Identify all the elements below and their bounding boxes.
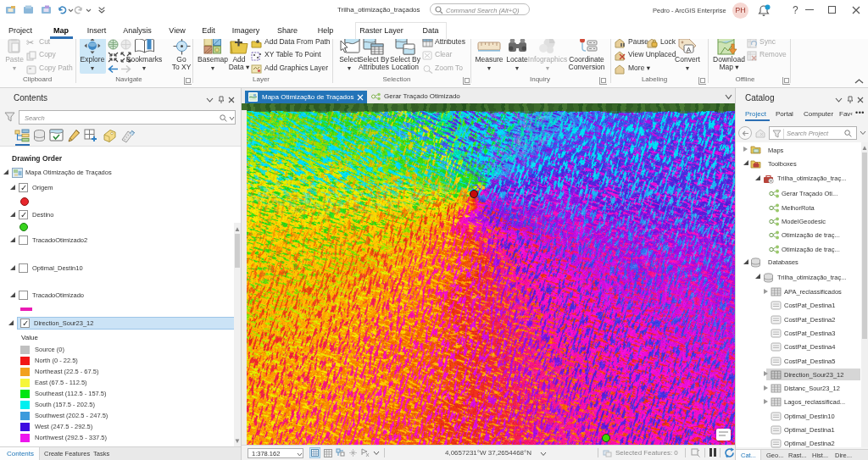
svg-text:A: A <box>687 46 692 53</box>
